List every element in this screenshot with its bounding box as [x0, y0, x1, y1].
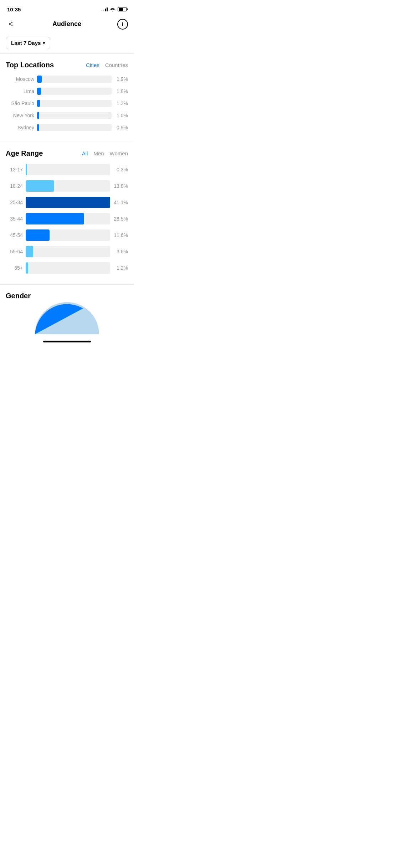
tab-women[interactable]: Women — [110, 150, 128, 156]
top-locations-header: Top Locations Cities Countries — [6, 61, 128, 69]
age-bar — [26, 213, 84, 224]
location-bar — [37, 124, 39, 131]
battery-icon — [118, 7, 127, 11]
age-pct: 3.6% — [110, 249, 128, 254]
location-bar — [37, 76, 42, 83]
info-button[interactable]: i — [117, 19, 128, 30]
location-row: New York 1.0% — [6, 112, 128, 119]
age-row: 55-64 3.6% — [6, 246, 128, 257]
filter-label: Last 7 Days — [11, 40, 41, 46]
location-pct: 1.0% — [112, 113, 128, 118]
location-pct: 0.9% — [112, 125, 128, 130]
age-bar-container — [26, 229, 110, 241]
age-bar-container — [26, 246, 110, 257]
date-filter-button[interactable]: Last 7 Days ▾ — [6, 37, 50, 49]
age-pct: 0.3% — [110, 167, 128, 172]
status-icons — [101, 7, 127, 11]
tab-all[interactable]: All — [82, 150, 88, 156]
age-bar — [26, 180, 54, 192]
age-bar — [26, 197, 110, 208]
location-name: Moscow — [6, 76, 37, 82]
top-locations-section: Top Locations Cities Countries Moscow 1.… — [0, 54, 134, 142]
location-row: Sydney 0.9% — [6, 124, 128, 131]
location-bar-container — [37, 76, 112, 83]
location-name: Sydney — [6, 125, 37, 130]
age-row: 35-44 28.5% — [6, 213, 128, 224]
filter-section: Last 7 Days ▾ — [0, 34, 134, 53]
tab-men[interactable]: Men — [93, 150, 104, 156]
age-row: 13-17 0.3% — [6, 164, 128, 175]
age-row: 25-34 41.1% — [6, 197, 128, 208]
tab-countries[interactable]: Countries — [105, 62, 128, 68]
age-row: 45-54 11.6% — [6, 229, 128, 241]
age-bar — [26, 164, 27, 175]
age-bar — [26, 262, 28, 274]
age-row: 65+ 1.2% — [6, 262, 128, 274]
signal-icon — [101, 7, 108, 11]
gender-chart — [6, 306, 128, 334]
location-row: São Paulo 1.3% — [6, 100, 128, 107]
location-list: Moscow 1.9% Lima 1.8% São Paulo 1.3% New… — [6, 76, 128, 131]
gender-section: Gender — [0, 285, 134, 338]
age-range-list: 13-17 0.3% 18-24 13.8% 25-34 41.1% 35-44… — [6, 164, 128, 274]
page-title: Audience — [52, 20, 81, 28]
location-row: Moscow 1.9% — [6, 76, 128, 83]
age-bar-container — [26, 164, 110, 175]
age-bar-container — [26, 213, 110, 224]
status-bar: 10:35 — [0, 0, 134, 16]
location-name: São Paulo — [6, 100, 37, 106]
age-pct: 11.6% — [110, 232, 128, 238]
age-row: 18-24 13.8% — [6, 180, 128, 192]
age-bar-container — [26, 180, 110, 192]
location-bar-container — [37, 124, 112, 131]
age-bar — [26, 229, 50, 241]
age-label: 18-24 — [6, 183, 26, 189]
location-bar — [37, 112, 39, 119]
tab-cities[interactable]: Cities — [86, 62, 99, 68]
location-name: New York — [6, 113, 37, 118]
age-label: 45-54 — [6, 232, 26, 238]
filter-arrow-icon: ▾ — [43, 41, 45, 46]
wifi-icon — [110, 7, 115, 11]
location-pct: 1.3% — [112, 100, 128, 106]
age-range-header: Age Range All Men Women — [6, 149, 128, 157]
location-bar — [37, 88, 41, 95]
home-indicator — [0, 338, 134, 347]
age-pct: 13.8% — [110, 183, 128, 189]
age-label: 25-34 — [6, 200, 26, 205]
location-row: Lima 1.8% — [6, 88, 128, 95]
home-bar — [43, 341, 91, 342]
age-range-section: Age Range All Men Women 13-17 0.3% 18-24… — [0, 142, 134, 284]
age-label: 35-44 — [6, 216, 26, 222]
age-label: 13-17 — [6, 167, 26, 172]
location-name: Lima — [6, 88, 37, 94]
back-button[interactable]: < — [6, 19, 16, 30]
gender-title: Gender — [6, 292, 128, 300]
age-label: 65+ — [6, 265, 26, 271]
location-pct: 1.9% — [112, 76, 128, 82]
location-bar-container — [37, 100, 112, 107]
age-label: 55-64 — [6, 249, 26, 254]
age-bar-container — [26, 262, 110, 274]
age-range-title: Age Range — [6, 149, 43, 157]
age-bar — [26, 246, 33, 257]
top-locations-title: Top Locations — [6, 61, 54, 69]
age-pct: 28.5% — [110, 216, 128, 222]
locations-tab-group: Cities Countries — [86, 62, 128, 68]
location-bar-container — [37, 88, 112, 95]
location-bar — [37, 100, 40, 107]
location-pct: 1.8% — [112, 88, 128, 94]
age-tab-group: All Men Women — [82, 150, 128, 156]
status-time: 10:35 — [7, 6, 21, 12]
location-bar-container — [37, 112, 112, 119]
age-pct: 1.2% — [110, 265, 128, 271]
nav-header: < Audience i — [0, 16, 134, 34]
gender-pie-chart — [35, 302, 99, 334]
age-pct: 41.1% — [110, 200, 128, 205]
age-bar-container — [26, 197, 110, 208]
